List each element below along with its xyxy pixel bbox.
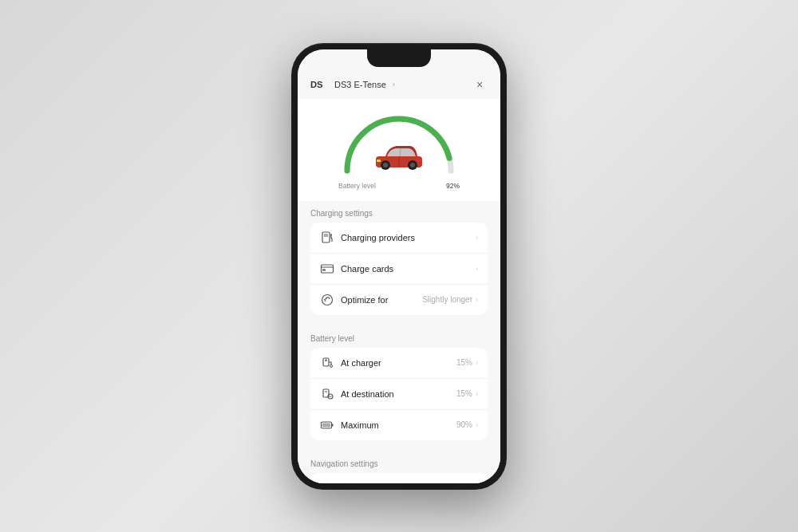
svg-rect-9 xyxy=(417,160,421,162)
svg-point-7 xyxy=(410,163,415,167)
section-navigation-settings: Navigation settings Speed offset› xyxy=(298,451,500,483)
svg-rect-28 xyxy=(332,424,334,426)
header-left: DS DS3 E-Tense › xyxy=(310,77,395,92)
item-chevron-icon-at-charger: › xyxy=(476,359,478,367)
item-label-optimize-for: Optimize for xyxy=(341,295,422,305)
destination-icon xyxy=(320,387,334,401)
charging-station-icon xyxy=(320,231,334,245)
close-button[interactable]: × xyxy=(472,77,488,93)
item-label-at-charger: At charger xyxy=(341,358,456,368)
item-label-maximum: Maximum xyxy=(341,420,456,430)
section-charging-settings: Charging settings Charging providers› Ch… xyxy=(298,201,500,326)
svg-rect-8 xyxy=(377,160,381,162)
ds-logo-icon: DS xyxy=(310,77,330,92)
section-title-charging-settings: Charging settings xyxy=(310,209,488,218)
gauge-container xyxy=(335,107,463,179)
section-battery-level: Battery level At charger15%› At destinat… xyxy=(298,326,500,451)
item-value-optimize-for: Slightly longer xyxy=(422,295,472,304)
speed-icon xyxy=(320,481,334,483)
optimize-icon xyxy=(320,293,334,307)
car-model-label: DS3 E-Tense xyxy=(334,80,386,89)
sections-container: Charging settings Charging providers› Ch… xyxy=(298,201,500,483)
svg-rect-18 xyxy=(322,269,326,270)
phone-notch xyxy=(367,49,431,67)
settings-item-optimize-for[interactable]: Optimize forSlightly longer› xyxy=(310,285,488,315)
item-chevron-icon-charging-providers: › xyxy=(476,234,478,242)
car-svg xyxy=(371,139,427,172)
svg-point-19 xyxy=(322,294,333,305)
car-model-chevron-icon: › xyxy=(393,81,395,89)
battery-label-row: Battery level 92% xyxy=(335,182,463,190)
settings-item-charging-providers[interactable]: Charging providers› xyxy=(310,223,488,254)
item-label-charge-cards: Charge cards xyxy=(341,264,476,274)
item-label-charging-providers: Charging providers xyxy=(341,233,476,242)
battery-full-icon xyxy=(320,418,334,432)
settings-item-maximum[interactable]: Maximum90%› xyxy=(310,410,488,440)
item-chevron-icon-at-destination: › xyxy=(476,390,478,398)
svg-rect-29 xyxy=(322,423,330,427)
settings-item-speed-offset[interactable]: Speed offset› xyxy=(310,473,488,483)
car-image xyxy=(371,139,427,172)
battery-percent-value: 92% xyxy=(446,182,460,190)
settings-item-charge-cards[interactable]: Charge cards› xyxy=(310,254,488,285)
svg-point-23 xyxy=(330,365,333,367)
settings-group-battery-level: At charger15%› At destination15%› Maximu… xyxy=(310,348,488,440)
item-value-maximum: 90% xyxy=(456,420,472,429)
settings-item-at-destination[interactable]: At destination15%› xyxy=(310,379,488,410)
section-title-navigation-settings: Navigation settings xyxy=(310,459,488,468)
settings-item-at-charger[interactable]: At charger15%› xyxy=(310,348,488,379)
screen-content: DS DS3 E-Tense › × xyxy=(298,49,500,483)
item-value-at-charger: 15% xyxy=(456,358,472,367)
svg-rect-16 xyxy=(322,265,334,273)
svg-point-5 xyxy=(383,163,388,167)
item-value-at-destination: 15% xyxy=(456,389,472,398)
item-chevron-icon-maximum: › xyxy=(476,421,478,429)
svg-text:DS: DS xyxy=(310,80,323,89)
settings-group-charging-settings: Charging providers› Charge cards› Optimi… xyxy=(310,223,488,315)
settings-group-navigation-settings: Speed offset› xyxy=(310,473,488,483)
phone-screen: DS DS3 E-Tense › × xyxy=(298,49,500,483)
section-title-battery-level: Battery level xyxy=(310,334,488,343)
item-chevron-icon-charge-cards: › xyxy=(476,265,478,273)
card-icon xyxy=(320,262,334,276)
svg-rect-11 xyxy=(322,232,330,242)
item-chevron-icon-optimize-for: › xyxy=(476,296,478,304)
battery-label: Battery level xyxy=(338,182,376,190)
item-label-at-destination: At destination xyxy=(341,389,456,399)
battery-gauge-area: Battery level 92% xyxy=(298,99,500,201)
phone-frame: DS DS3 E-Tense › × xyxy=(291,43,507,490)
app-header: DS DS3 E-Tense › × xyxy=(298,72,500,99)
charger-icon xyxy=(320,356,334,370)
